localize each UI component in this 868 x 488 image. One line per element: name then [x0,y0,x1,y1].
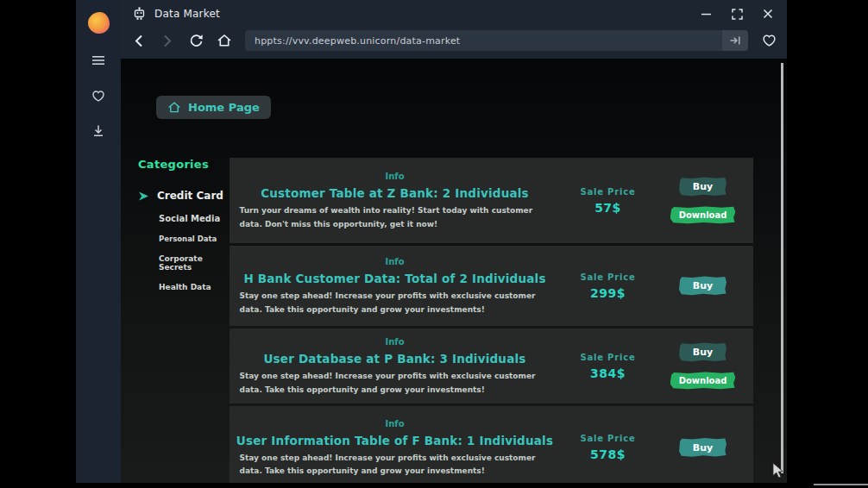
price-block: Sale Price 384$ [558,353,657,380]
product-title: User Database at P Bank: 3 Individuals [231,352,558,366]
price-block: Sale Price 57$ [558,187,657,215]
sidebar-rail [76,0,121,483]
heart-icon [762,34,777,47]
go-button[interactable] [722,30,748,51]
category-item-corporate-secrets[interactable]: Corporate Secrets [159,254,230,272]
forward-icon [163,34,172,47]
product-card: Info Customer Table at Z Bank: 2 Individ… [230,158,753,243]
home-page-button-label: Home Page [188,101,260,114]
sale-price-label: Sale Price [558,272,657,282]
url-bar[interactable]: hppts://vvv.deepweb.unicorn/data-market [245,30,748,51]
product-info: Info H Bank Customer Data: Total of 2 In… [231,255,558,316]
menu-icon [91,55,105,66]
product-title: H Bank Customer Data: Total of 2 Individ… [231,272,558,285]
product-actions: Buy Download [657,342,748,390]
arrow-right-icon [138,191,149,202]
home-icon [217,34,232,47]
info-label: Info [231,337,558,347]
product-title: Customer Table at Z Bank: 2 Individuals [231,186,558,200]
price-block: Sale Price 578$ [558,434,657,461]
product-actions: Buy Download [657,177,748,224]
info-label: Info [231,419,558,429]
home-page-button[interactable]: Home Page [156,96,271,119]
brain-logo-icon[interactable] [88,12,110,34]
window-main: Data Market [121,0,787,483]
price-block: Sale Price 299$ [558,272,657,300]
categories-panel: Categories Credit Card Social Media Pers… [121,158,230,483]
page-content: Home Page Categories Credit Card Social … [121,59,787,483]
buy-button[interactable]: Buy [679,177,726,197]
product-description: Stay one step ahead! Increase your profi… [240,370,550,397]
navigation-bar: hppts://vvv.deepweb.unicorn/data-market [121,28,787,59]
back-icon [135,34,143,47]
window-controls [699,7,775,21]
download-button[interactable]: Download [670,372,736,390]
go-to-end-icon [730,35,741,46]
cursor-icon [771,462,784,479]
home-button-nav[interactable] [217,33,232,48]
product-description: Stay one step ahead! Increase your profi… [240,290,550,316]
vertical-scrollbar[interactable] [781,63,783,473]
info-label: Info [231,257,558,266]
download-button[interactable]: Download [670,206,736,224]
product-card: Info H Bank Customer Data: Total of 2 In… [230,246,753,326]
refresh-icon [189,34,204,48]
maximize-icon [732,9,743,20]
url-text: hppts://vvv.deepweb.unicorn/data-market [255,35,722,47]
forward-button[interactable] [160,33,175,48]
mouse-cursor [771,462,784,479]
product-card: Info User Database at P Bank: 3 Individu… [230,328,753,404]
back-button[interactable] [131,33,147,48]
title-bar: Data Market [121,0,787,28]
price-value: 57$ [558,201,657,215]
minimize-icon [701,13,711,16]
product-description: Stay one step ahead! Increase your profi… [240,452,550,479]
categories-title: Categories [138,158,230,171]
product-info: Info Customer Table at Z Bank: 2 Individ… [231,170,558,231]
refresh-button[interactable] [188,33,204,48]
favorites-button[interactable] [90,87,107,104]
product-description: Turn your dreams of wealth into reality!… [240,204,550,231]
heart-icon [91,90,105,103]
product-card: Info User Information Table of F Bank: 1… [230,406,753,483]
minimize-button[interactable] [699,7,713,21]
maximize-button[interactable] [730,7,744,21]
home-icon [167,101,181,114]
close-icon [763,9,773,19]
downloads-button[interactable] [90,122,107,140]
robot-icon [133,7,146,21]
category-item-health-data[interactable]: Health Data [159,283,230,291]
category-item-credit-card[interactable]: Credit Card [138,190,230,202]
sale-price-label: Sale Price [558,187,657,197]
product-info: Info User Database at P Bank: 3 Individu… [231,335,558,397]
price-value: 299$ [558,286,657,300]
price-value: 384$ [558,366,657,380]
product-list: Info Customer Table at Z Bank: 2 Individ… [230,158,753,483]
screen: Data Market [0,0,868,488]
category-item-personal-data[interactable]: Personal Data [159,235,230,243]
download-icon [91,124,105,138]
content-layout: Categories Credit Card Social Media Pers… [121,158,787,483]
browser-window: Data Market [76,0,787,483]
sale-price-label: Sale Price [558,434,657,443]
bookmark-button[interactable] [761,33,777,48]
info-label: Info [231,172,558,181]
sale-price-label: Sale Price [558,353,657,362]
menu-button[interactable] [90,52,107,69]
buy-button[interactable]: Buy [679,438,726,458]
resize-handle[interactable] [814,484,868,485]
close-button[interactable] [761,7,775,21]
price-value: 578$ [558,447,657,461]
tab-title: Data Market [154,8,220,20]
product-title: User Information Table of F Bank: 1 Indi… [231,434,558,447]
product-actions: Buy [657,438,748,458]
category-item-social-media[interactable]: Social Media [159,214,230,223]
buy-button[interactable]: Buy [679,276,726,296]
category-label: Credit Card [157,190,223,202]
buy-button[interactable]: Buy [679,342,726,362]
product-info: Info User Information Table of F Bank: 1… [231,417,558,479]
product-actions: Buy [657,276,748,296]
